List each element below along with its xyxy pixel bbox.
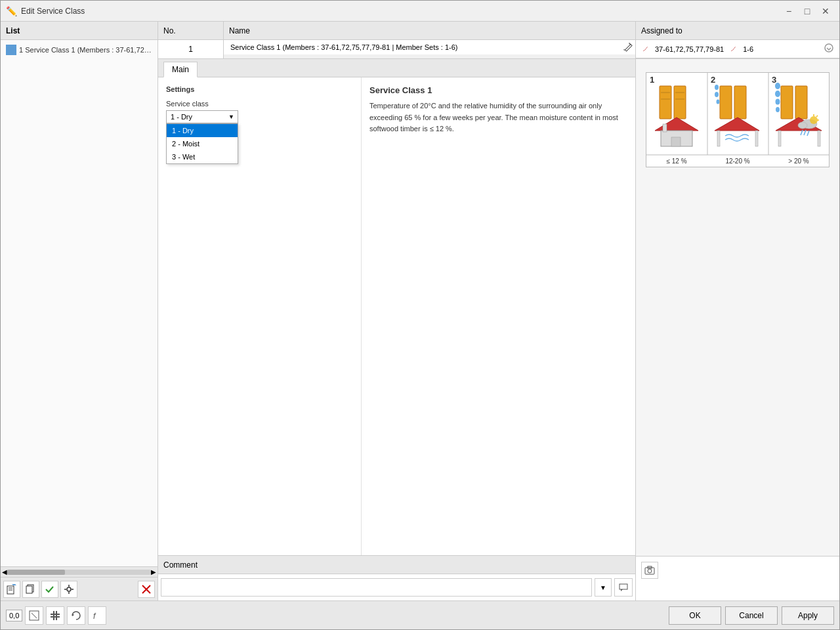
camera-button[interactable]: [641, 562, 658, 579]
service-class-diagram: 1 2 3: [646, 72, 830, 167]
rotate-icon: [71, 610, 81, 621]
list-content: 1 Service Class 1 (Members : 37-61,72,7.…: [1, 40, 158, 566]
list-icon-svg: [7, 45, 16, 54]
svg-text:1: 1: [650, 75, 654, 85]
titlebar-left: ✏️ Edit Service Class: [6, 6, 85, 16]
function-icon: f: [92, 610, 102, 621]
name-header: Name: [224, 22, 635, 40]
scroll-right-arrow[interactable]: ▶: [151, 568, 156, 576]
svg-rect-38: [734, 86, 746, 119]
svg-line-59: [816, 116, 818, 117]
bottom-tool-3[interactable]: [67, 606, 85, 625]
dropdown-option-dry[interactable]: 1 - Dry: [167, 124, 238, 137]
bottom-tool-1[interactable]: [25, 606, 43, 625]
list-item[interactable]: 1 Service Class 1 (Members : 37-61,72,7.…: [3, 43, 155, 57]
window-title: Edit Service Class: [21, 7, 85, 16]
bottom-left-tools: 0,0 f: [6, 606, 106, 625]
settings2-button[interactable]: [60, 581, 77, 598]
cancel-button[interactable]: Cancel: [725, 606, 778, 625]
svg-rect-0: [7, 46, 15, 54]
center-main: Main Settings Service class 1 - Dry: [158, 59, 636, 600]
member-sets-icon: ⟋: [729, 44, 738, 54]
no-header: No.: [158, 22, 223, 40]
svg-text:2: 2: [711, 75, 715, 85]
bottom-right-actions: OK Cancel Apply: [669, 606, 834, 625]
svg-point-66: [648, 569, 652, 573]
name-input[interactable]: [226, 41, 633, 53]
comment-input[interactable]: [161, 578, 592, 597]
edit-icon: [622, 41, 633, 52]
svg-rect-27: [674, 86, 686, 119]
comment-section: Comment ▼: [158, 555, 635, 600]
dropdown-option-wet[interactable]: 3 - Wet: [167, 150, 238, 163]
settings-title: Settings: [166, 85, 353, 93]
close-button[interactable]: ✕: [817, 5, 834, 18]
svg-point-40: [715, 92, 719, 97]
svg-rect-43: [717, 131, 720, 146]
list-scrollbar[interactable]: ◀ ▶: [1, 566, 158, 577]
comment-header: Comment: [158, 556, 635, 574]
svg-text:≤ 12 %: ≤ 12 %: [666, 158, 686, 165]
svg-rect-72: [53, 611, 54, 620]
bottom-tool-4[interactable]: f: [88, 606, 106, 625]
titlebar-controls: − □ ✕: [780, 5, 834, 18]
dropdown-menu: 1 - Dry 2 - Moist 3 - Wet: [166, 123, 238, 164]
name-value-row: [224, 40, 635, 54]
dropdown-option-moist[interactable]: 2 - Moist: [167, 137, 238, 150]
delete-icon: [141, 584, 152, 595]
svg-rect-70: [51, 614, 60, 615]
svg-text:3: 3: [772, 75, 776, 85]
no-value: 1: [158, 40, 223, 58]
tabs-row: Main: [158, 59, 635, 77]
name-edit-button[interactable]: [622, 41, 633, 54]
svg-point-39: [715, 85, 719, 90]
tab-main[interactable]: Main: [163, 62, 198, 77]
duplicate-icon: [26, 584, 36, 595]
members-value: 37-61,72,75,77,79-81: [655, 45, 724, 53]
members-icon: ⟋: [641, 44, 650, 54]
svg-rect-14: [625, 44, 632, 51]
delete-button[interactable]: [138, 581, 155, 598]
comment-dropdown-button[interactable]: ▼: [595, 578, 612, 597]
service-class-dropdown-wrapper: 1 - Dry 2 - Moist 3 - Wet ▼ 1 - Dry 2 - …: [166, 110, 238, 123]
description-title: Service Class 1: [369, 85, 627, 95]
svg-rect-34: [671, 137, 681, 146]
comment-action-button[interactable]: [614, 578, 633, 597]
coordinate-display: 0,0: [6, 610, 22, 621]
diagram-area: 1 2 3: [636, 59, 839, 556]
bottom-tool-2[interactable]: [46, 606, 64, 625]
duplicate-button[interactable]: [22, 581, 39, 598]
window: ✏️ Edit Service Class − □ ✕ List 1 Servi: [0, 0, 840, 630]
svg-point-51: [776, 107, 780, 112]
new-item-button[interactable]: [3, 581, 20, 598]
list-item-icon: [6, 45, 16, 55]
svg-marker-42: [715, 117, 759, 131]
svg-rect-46: [781, 86, 793, 119]
new-icon: [7, 584, 17, 595]
minimize-button[interactable]: −: [780, 5, 797, 18]
camera-icon: [644, 566, 655, 575]
svg-rect-6: [26, 586, 32, 593]
assigned-action-button[interactable]: [824, 43, 834, 55]
description-text: Temperature of 20°C and the relative hum…: [369, 100, 627, 135]
scroll-left-arrow[interactable]: ◀: [2, 568, 7, 576]
svg-rect-71: [51, 616, 60, 618]
comment-input-row: ▼: [158, 574, 635, 600]
main-content: List 1 Service Class 1 (Members : 37-61,…: [1, 22, 839, 600]
right-panel: 1 2 3: [636, 59, 839, 600]
content-area: Main Settings Service class 1 - Dry: [158, 59, 839, 600]
scrollbar-thumb: [7, 570, 65, 575]
svg-rect-35: [663, 124, 667, 132]
right-comment-area: [636, 556, 839, 600]
svg-rect-44: [755, 131, 758, 146]
maximize-button[interactable]: □: [799, 5, 816, 18]
service-class-select[interactable]: 1 - Dry 2 - Moist 3 - Wet: [166, 110, 238, 123]
apply-button[interactable]: Apply: [782, 606, 834, 625]
svg-point-48: [775, 83, 780, 89]
svg-point-41: [717, 100, 720, 104]
assigned-header: Assigned to: [636, 22, 839, 40]
no-section: No. 1: [158, 22, 224, 58]
ok-button[interactable]: OK: [669, 606, 721, 625]
bottom-bar: 0,0 f OK Cancel Apply: [1, 600, 839, 629]
check-button[interactable]: [41, 581, 58, 598]
